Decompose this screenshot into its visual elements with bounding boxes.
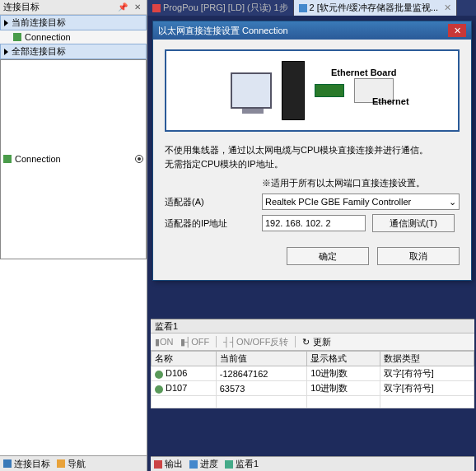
watch-panel: 监看1 ▮ON ▮┤OFF ┤┤ON/OFF反转 ↻ 更新 名称 当前值 显示格… bbox=[151, 319, 474, 408]
expand-arrow-icon bbox=[4, 20, 8, 26]
globe-icon bbox=[155, 371, 163, 379]
tab-close-icon[interactable]: ✕ bbox=[444, 2, 451, 13]
adapter-row: 适配器(A) Realtek PCIe GBE Family Controlle… bbox=[165, 194, 460, 210]
adapter-select[interactable]: Realtek PCIe GBE Family Controller ⌄ bbox=[262, 194, 460, 210]
status-bar: 输出 进度 监看1 bbox=[151, 456, 474, 471]
ethernet-dialog: 以太网直接连接设置 Connection ✕ Ethernet Board Et… bbox=[152, 21, 472, 281]
ok-button[interactable]: 确定 bbox=[287, 247, 369, 265]
ip-label: 适配器的IP地址 bbox=[165, 217, 255, 230]
section-current-target[interactable]: 当前连接目标 bbox=[0, 15, 147, 30]
connection-label: Connection bbox=[25, 32, 71, 42]
connection-icon bbox=[13, 33, 21, 41]
ip-value-box: 192. 168. 102. 2 bbox=[262, 215, 366, 231]
tab-progpou[interactable]: ProgPou [PRG] [LD] (只读) 1步 bbox=[147, 0, 294, 16]
dialog-close-button[interactable]: ✕ bbox=[448, 24, 466, 37]
status-watch[interactable]: 监看1 bbox=[225, 458, 259, 470]
footer-tab-connection[interactable]: 连接目标 bbox=[3, 458, 50, 470]
dialog-note: ※适用于所有以太网端口直接连接设置。 bbox=[262, 177, 460, 189]
cancel-button[interactable]: 取消 bbox=[377, 247, 460, 265]
table-header-row: 名称 当前值 显示格式 数据类型 bbox=[152, 352, 474, 366]
ethernet-diagram: Ethernet Board Ethernet bbox=[165, 49, 460, 132]
dialog-description: 不使用集线器，通过以太网电缆与CPU模块直接连接并进行通信。 无需指定CPU模块… bbox=[165, 143, 460, 170]
left-panel-header: 连接目标 📌 ✕ bbox=[0, 0, 147, 15]
square-orange-icon bbox=[57, 459, 65, 468]
ethernet-board-label: Ethernet Board bbox=[331, 68, 396, 77]
left-panel: 连接目标 📌 ✕ 当前连接目标 Connection 全部连接目标 Connec… bbox=[0, 0, 147, 471]
update-button[interactable]: ↻ 更新 bbox=[302, 336, 330, 348]
table-row[interactable]: D106 -128647162 10进制数 双字[有符号] bbox=[152, 366, 474, 381]
ethernet-board-icon bbox=[315, 84, 344, 97]
editor-tabs: ProgPou [PRG] [LD] (只读) 1步 2 [软元件/缓冲存储器批… bbox=[147, 0, 476, 16]
footer-tab-nav[interactable]: 导航 bbox=[57, 458, 86, 470]
col-name[interactable]: 名称 bbox=[152, 352, 217, 366]
ethernet-label: Ethernet bbox=[372, 96, 409, 106]
ip-row: 适配器的IP地址 192. 168. 102. 2 通信测试(T) bbox=[165, 214, 460, 232]
watch-table: 名称 当前值 显示格式 数据类型 D106 -128647162 10进制数 双… bbox=[151, 351, 474, 408]
connection-icon bbox=[3, 155, 12, 163]
section-label: 当前连接目标 bbox=[12, 16, 66, 29]
dialog-title: 以太网直接连接设置 Connection bbox=[158, 25, 288, 37]
col-format[interactable]: 显示格式 bbox=[307, 352, 380, 366]
square-icon bbox=[225, 460, 233, 469]
globe-icon bbox=[155, 385, 163, 394]
watch-toolbar: ▮ON ▮┤OFF ┤┤ON/OFF反转 ↻ 更新 bbox=[151, 333, 474, 351]
tab-icon bbox=[152, 4, 161, 12]
pc-tower-icon bbox=[282, 61, 305, 120]
connection-label: Connection bbox=[15, 154, 61, 164]
off-button[interactable]: ▮┤OFF bbox=[180, 337, 210, 347]
dialog-titlebar[interactable]: 以太网直接连接设置 Connection ✕ bbox=[153, 21, 471, 40]
close-icon[interactable]: ✕ bbox=[132, 2, 143, 13]
left-body bbox=[0, 259, 147, 456]
section-all-targets[interactable]: 全部连接目标 bbox=[0, 44, 147, 59]
col-value[interactable]: 当前值 bbox=[216, 352, 306, 366]
left-footer: 连接目标 导航 bbox=[0, 455, 147, 471]
connection-item-selected[interactable]: Connection bbox=[0, 59, 147, 259]
toggle-button[interactable]: ┤┤ON/OFF反转 bbox=[223, 336, 288, 348]
square-blue-icon bbox=[3, 459, 12, 468]
radio-selected-icon[interactable] bbox=[135, 155, 143, 163]
watch-title: 监看1 bbox=[151, 319, 474, 333]
table-row[interactable]: D107 63573 10进制数 双字[有符号] bbox=[152, 381, 474, 396]
status-progress[interactable]: 进度 bbox=[189, 458, 218, 470]
table-row-empty[interactable] bbox=[152, 396, 474, 408]
adapter-label: 适配器(A) bbox=[165, 196, 255, 208]
comm-test-button[interactable]: 通信测试(T) bbox=[372, 214, 455, 232]
left-panel-title: 连接目标 bbox=[3, 1, 40, 13]
monitor-icon bbox=[231, 72, 272, 109]
square-icon bbox=[189, 460, 198, 469]
section-label: 全部连接目标 bbox=[12, 45, 66, 58]
pin-icon[interactable]: 📌 bbox=[117, 2, 128, 13]
tab-device-monitor[interactable]: 2 [软元件/缓冲存储器批量监视... ✕ bbox=[294, 0, 457, 16]
col-type[interactable]: 数据类型 bbox=[380, 352, 474, 366]
connection-item[interactable]: Connection bbox=[0, 30, 147, 44]
chevron-down-icon: ⌄ bbox=[449, 197, 456, 208]
on-button[interactable]: ▮ON bbox=[155, 337, 174, 347]
expand-arrow-icon bbox=[4, 49, 8, 55]
square-icon bbox=[154, 460, 162, 469]
tab-icon bbox=[299, 4, 307, 12]
status-output[interactable]: 输出 bbox=[154, 458, 183, 470]
